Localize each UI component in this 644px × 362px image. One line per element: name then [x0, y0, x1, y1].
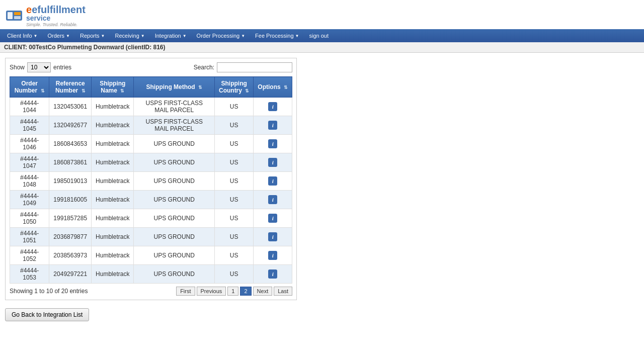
cell-order-number: #4444-1051	[10, 228, 49, 246]
cell-order-number: #4444-1048	[10, 172, 49, 191]
showing-text: Showing 1 to 10 of 20 entries	[10, 288, 88, 295]
cell-shipping-country: US	[214, 191, 253, 209]
table-body: #4444-1044 1320453061 Humbletrack USPS F…	[10, 98, 292, 284]
cell-order-number: #4444-1050	[10, 209, 49, 228]
back-to-integration-btn[interactable]: Go Back to Integration List	[5, 308, 89, 321]
first-page-btn[interactable]: First	[176, 287, 195, 296]
col-reference-number[interactable]: ReferenceNumber ⇅	[49, 77, 92, 98]
table-row: #4444-1048 1985019013 Humbletrack UPS GR…	[10, 172, 292, 191]
cell-options: i	[254, 209, 292, 228]
logo-tagline: Simple. Trusted. Reliable.	[26, 22, 86, 27]
svg-rect-2	[14, 12, 21, 15]
order-processing-arrow: ▼	[241, 34, 245, 38]
entries-select[interactable]: 10 25 50 100	[27, 62, 51, 72]
logo-name2: service	[26, 14, 86, 22]
svg-rect-1	[8, 12, 13, 19]
cell-reference-number: 2036879877	[49, 228, 92, 246]
table-row: #4444-1047 1860873861 Humbletrack UPS GR…	[10, 153, 292, 172]
sort-shipping-country: ⇅	[245, 88, 249, 94]
cell-options: i	[254, 191, 292, 209]
table-row: #4444-1046 1860843653 Humbletrack UPS GR…	[10, 135, 292, 153]
cell-shipping-name: Humbletrack	[92, 209, 134, 228]
cell-options: i	[254, 135, 292, 153]
nav-sign-out[interactable]: sign out	[304, 29, 334, 42]
cell-options: i	[254, 98, 292, 116]
sort-reference-number: ⇅	[82, 88, 86, 94]
cell-shipping-country: US	[214, 265, 253, 284]
info-button[interactable]: i	[268, 121, 277, 130]
col-order-number[interactable]: OrderNumber ⇅	[10, 77, 49, 98]
cell-shipping-method: UPS GROUND	[134, 135, 215, 153]
page-2-btn[interactable]: 2	[240, 287, 251, 296]
cell-options: i	[254, 228, 292, 246]
prev-page-btn[interactable]: Previous	[197, 287, 226, 296]
logo-e: e	[26, 4, 32, 15]
cell-shipping-country: US	[214, 172, 253, 191]
cell-shipping-country: US	[214, 209, 253, 228]
logo-area: e efulfillment service Simple. Trusted. …	[0, 0, 644, 29]
info-button[interactable]: i	[268, 158, 277, 167]
cell-shipping-name: Humbletrack	[92, 246, 134, 265]
back-button-area: Go Back to Integration List	[5, 308, 639, 321]
svg-rect-3	[14, 16, 21, 19]
col-shipping-name[interactable]: ShippingName ⇅	[92, 77, 134, 98]
cell-reference-number: 1991857285	[49, 209, 92, 228]
cell-shipping-country: US	[214, 116, 253, 135]
cell-shipping-method: UPS GROUND	[134, 191, 215, 209]
sort-options: ⇅	[284, 85, 288, 90]
orders-arrow: ▼	[66, 34, 70, 38]
logo-name1: efulfillment	[32, 4, 86, 15]
info-button[interactable]: i	[268, 176, 277, 186]
info-button[interactable]: i	[268, 195, 277, 204]
table-row: #4444-1050 1991857285 Humbletrack UPS GR…	[10, 209, 292, 228]
cell-shipping-country: US	[214, 246, 253, 265]
col-shipping-method[interactable]: Shipping Method ⇅	[134, 77, 215, 98]
cell-shipping-country: US	[214, 228, 253, 246]
cell-reference-number: 1320453061	[49, 98, 92, 116]
page-1-btn[interactable]: 1	[227, 287, 238, 296]
cell-shipping-method: UPS GROUND	[134, 209, 215, 228]
nav-integration[interactable]: Integration ▼	[150, 29, 192, 42]
col-shipping-country[interactable]: ShippingCountry ⇅	[214, 77, 253, 98]
cell-shipping-name: Humbletrack	[92, 153, 134, 172]
nav-order-processing[interactable]: Order Processing ▼	[192, 29, 251, 42]
table-row: #4444-1044 1320453061 Humbletrack USPS F…	[10, 98, 292, 116]
info-button[interactable]: i	[268, 269, 277, 279]
search-input[interactable]	[217, 62, 292, 72]
sort-order-number: ⇅	[41, 88, 45, 94]
table-row: #4444-1049 1991816005 Humbletrack UPS GR…	[10, 191, 292, 209]
fee-processing-arrow: ▼	[295, 34, 299, 38]
info-button[interactable]: i	[268, 251, 277, 260]
cell-options: i	[254, 265, 292, 284]
client-bar: CLIENT: 00TestCo Plummeting Downward (cl…	[0, 42, 644, 53]
cell-shipping-method: USPS FIRST-CLASS MAIL PARCEL	[134, 98, 215, 116]
info-button[interactable]: i	[268, 139, 277, 148]
nav-receiving[interactable]: Receiving ▼	[110, 29, 149, 42]
table-row: #4444-1045 1320492677 Humbletrack USPS F…	[10, 116, 292, 135]
content-wrapper: Show 10 25 50 100 entries Search: OrderN…	[5, 58, 297, 300]
main-content: Show 10 25 50 100 entries Search: OrderN…	[0, 53, 644, 326]
table-row: #4444-1052 2038563973 Humbletrack UPS GR…	[10, 246, 292, 265]
receiving-arrow: ▼	[141, 34, 145, 38]
nav-orders[interactable]: Orders ▼	[42, 29, 75, 42]
show-entries-area: Show 10 25 50 100 entries	[10, 62, 71, 72]
nav-fee-processing[interactable]: Fee Processing ▼	[250, 29, 304, 42]
info-button[interactable]: i	[268, 232, 277, 241]
last-page-btn[interactable]: Last	[274, 287, 292, 296]
cell-shipping-name: Humbletrack	[92, 116, 134, 135]
pagination-area: Showing 1 to 10 of 20 entries First Prev…	[10, 287, 292, 296]
sort-shipping-method: ⇅	[198, 85, 202, 90]
info-button[interactable]: i	[268, 214, 277, 223]
cell-order-number: #4444-1052	[10, 246, 49, 265]
next-page-btn[interactable]: Next	[253, 287, 273, 296]
cell-order-number: #4444-1053	[10, 265, 49, 284]
cell-shipping-method: UPS GROUND	[134, 228, 215, 246]
cell-reference-number: 2038563973	[49, 246, 92, 265]
cell-shipping-name: Humbletrack	[92, 172, 134, 191]
nav-reports[interactable]: Reports ▼	[75, 29, 110, 42]
nav-client-info[interactable]: Client Info ▼	[2, 29, 42, 42]
col-options[interactable]: Options ⇅	[254, 77, 292, 98]
client-info-arrow: ▼	[34, 34, 38, 38]
cell-order-number: #4444-1044	[10, 98, 49, 116]
info-button[interactable]: i	[268, 102, 277, 111]
